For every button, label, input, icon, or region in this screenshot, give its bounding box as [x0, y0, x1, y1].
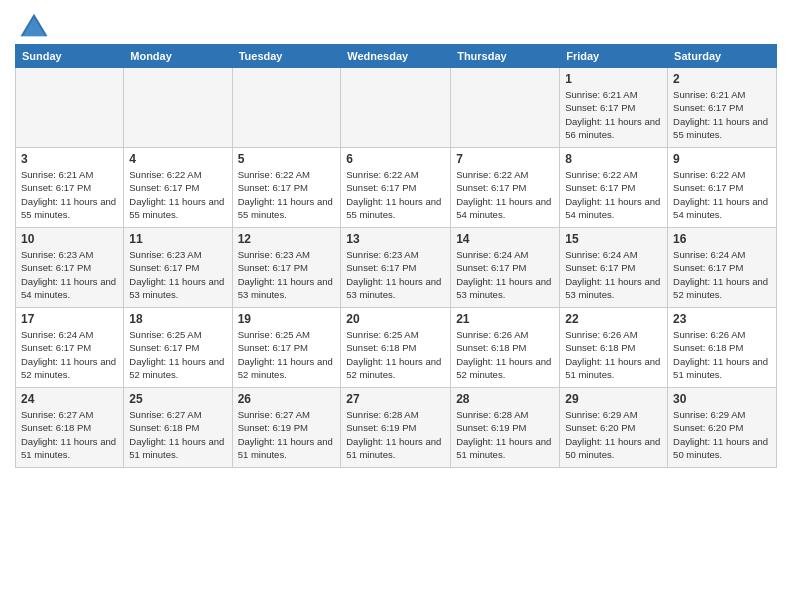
day-info: Sunrise: 6:22 AM Sunset: 6:17 PM Dayligh…: [238, 168, 336, 221]
day-info: Sunrise: 6:21 AM Sunset: 6:17 PM Dayligh…: [673, 88, 771, 141]
calendar-cell: 27Sunrise: 6:28 AM Sunset: 6:19 PM Dayli…: [341, 388, 451, 468]
day-number: 4: [129, 152, 226, 166]
calendar-cell: [451, 68, 560, 148]
day-number: 2: [673, 72, 771, 86]
day-number: 17: [21, 312, 118, 326]
calendar-cell: 11Sunrise: 6:23 AM Sunset: 6:17 PM Dayli…: [124, 228, 232, 308]
calendar-cell: [124, 68, 232, 148]
day-number: 10: [21, 232, 118, 246]
day-info: Sunrise: 6:25 AM Sunset: 6:17 PM Dayligh…: [238, 328, 336, 381]
calendar-week-row: 24Sunrise: 6:27 AM Sunset: 6:18 PM Dayli…: [16, 388, 777, 468]
calendar-cell: 13Sunrise: 6:23 AM Sunset: 6:17 PM Dayli…: [341, 228, 451, 308]
day-number: 12: [238, 232, 336, 246]
day-info: Sunrise: 6:23 AM Sunset: 6:17 PM Dayligh…: [346, 248, 445, 301]
day-info: Sunrise: 6:29 AM Sunset: 6:20 PM Dayligh…: [565, 408, 662, 461]
day-number: 30: [673, 392, 771, 406]
day-number: 9: [673, 152, 771, 166]
calendar-cell: 7Sunrise: 6:22 AM Sunset: 6:17 PM Daylig…: [451, 148, 560, 228]
calendar-cell: 18Sunrise: 6:25 AM Sunset: 6:17 PM Dayli…: [124, 308, 232, 388]
calendar-cell: [341, 68, 451, 148]
day-info: Sunrise: 6:27 AM Sunset: 6:18 PM Dayligh…: [129, 408, 226, 461]
day-info: Sunrise: 6:26 AM Sunset: 6:18 PM Dayligh…: [673, 328, 771, 381]
day-number: 13: [346, 232, 445, 246]
calendar-header-row: SundayMondayTuesdayWednesdayThursdayFrid…: [16, 45, 777, 68]
calendar-cell: 26Sunrise: 6:27 AM Sunset: 6:19 PM Dayli…: [232, 388, 341, 468]
calendar-cell: 8Sunrise: 6:22 AM Sunset: 6:17 PM Daylig…: [560, 148, 668, 228]
day-number: 16: [673, 232, 771, 246]
day-number: 1: [565, 72, 662, 86]
day-header: Thursday: [451, 45, 560, 68]
day-number: 15: [565, 232, 662, 246]
day-info: Sunrise: 6:27 AM Sunset: 6:18 PM Dayligh…: [21, 408, 118, 461]
day-header: Wednesday: [341, 45, 451, 68]
page-container: SundayMondayTuesdayWednesdayThursdayFrid…: [0, 0, 792, 612]
day-info: Sunrise: 6:24 AM Sunset: 6:17 PM Dayligh…: [565, 248, 662, 301]
day-info: Sunrise: 6:24 AM Sunset: 6:17 PM Dayligh…: [21, 328, 118, 381]
day-info: Sunrise: 6:26 AM Sunset: 6:18 PM Dayligh…: [565, 328, 662, 381]
header: [15, 10, 777, 36]
calendar-cell: 5Sunrise: 6:22 AM Sunset: 6:17 PM Daylig…: [232, 148, 341, 228]
logo: [15, 10, 49, 36]
day-number: 5: [238, 152, 336, 166]
day-number: 8: [565, 152, 662, 166]
calendar-week-row: 1Sunrise: 6:21 AM Sunset: 6:17 PM Daylig…: [16, 68, 777, 148]
day-header: Monday: [124, 45, 232, 68]
day-info: Sunrise: 6:25 AM Sunset: 6:17 PM Dayligh…: [129, 328, 226, 381]
calendar-cell: 9Sunrise: 6:22 AM Sunset: 6:17 PM Daylig…: [668, 148, 777, 228]
calendar-week-row: 10Sunrise: 6:23 AM Sunset: 6:17 PM Dayli…: [16, 228, 777, 308]
day-info: Sunrise: 6:28 AM Sunset: 6:19 PM Dayligh…: [456, 408, 554, 461]
day-info: Sunrise: 6:26 AM Sunset: 6:18 PM Dayligh…: [456, 328, 554, 381]
calendar-cell: 16Sunrise: 6:24 AM Sunset: 6:17 PM Dayli…: [668, 228, 777, 308]
calendar-cell: 14Sunrise: 6:24 AM Sunset: 6:17 PM Dayli…: [451, 228, 560, 308]
day-info: Sunrise: 6:22 AM Sunset: 6:17 PM Dayligh…: [673, 168, 771, 221]
day-number: 21: [456, 312, 554, 326]
day-number: 20: [346, 312, 445, 326]
day-info: Sunrise: 6:23 AM Sunset: 6:17 PM Dayligh…: [238, 248, 336, 301]
day-info: Sunrise: 6:29 AM Sunset: 6:20 PM Dayligh…: [673, 408, 771, 461]
calendar-cell: 22Sunrise: 6:26 AM Sunset: 6:18 PM Dayli…: [560, 308, 668, 388]
day-number: 29: [565, 392, 662, 406]
day-info: Sunrise: 6:21 AM Sunset: 6:17 PM Dayligh…: [565, 88, 662, 141]
calendar-cell: 19Sunrise: 6:25 AM Sunset: 6:17 PM Dayli…: [232, 308, 341, 388]
day-number: 11: [129, 232, 226, 246]
calendar-cell: 30Sunrise: 6:29 AM Sunset: 6:20 PM Dayli…: [668, 388, 777, 468]
day-number: 19: [238, 312, 336, 326]
logo-icon: [19, 10, 49, 40]
day-header: Saturday: [668, 45, 777, 68]
calendar: SundayMondayTuesdayWednesdayThursdayFrid…: [15, 44, 777, 468]
calendar-cell: 21Sunrise: 6:26 AM Sunset: 6:18 PM Dayli…: [451, 308, 560, 388]
calendar-cell: 24Sunrise: 6:27 AM Sunset: 6:18 PM Dayli…: [16, 388, 124, 468]
day-number: 14: [456, 232, 554, 246]
calendar-week-row: 3Sunrise: 6:21 AM Sunset: 6:17 PM Daylig…: [16, 148, 777, 228]
calendar-cell: 20Sunrise: 6:25 AM Sunset: 6:18 PM Dayli…: [341, 308, 451, 388]
calendar-cell: 15Sunrise: 6:24 AM Sunset: 6:17 PM Dayli…: [560, 228, 668, 308]
day-number: 25: [129, 392, 226, 406]
day-header: Tuesday: [232, 45, 341, 68]
calendar-cell: 12Sunrise: 6:23 AM Sunset: 6:17 PM Dayli…: [232, 228, 341, 308]
day-number: 28: [456, 392, 554, 406]
calendar-cell: [232, 68, 341, 148]
day-info: Sunrise: 6:22 AM Sunset: 6:17 PM Dayligh…: [346, 168, 445, 221]
calendar-cell: 3Sunrise: 6:21 AM Sunset: 6:17 PM Daylig…: [16, 148, 124, 228]
calendar-cell: 4Sunrise: 6:22 AM Sunset: 6:17 PM Daylig…: [124, 148, 232, 228]
day-number: 3: [21, 152, 118, 166]
calendar-cell: 1Sunrise: 6:21 AM Sunset: 6:17 PM Daylig…: [560, 68, 668, 148]
day-number: 18: [129, 312, 226, 326]
day-header: Friday: [560, 45, 668, 68]
calendar-cell: 25Sunrise: 6:27 AM Sunset: 6:18 PM Dayli…: [124, 388, 232, 468]
day-number: 7: [456, 152, 554, 166]
calendar-cell: 10Sunrise: 6:23 AM Sunset: 6:17 PM Dayli…: [16, 228, 124, 308]
day-info: Sunrise: 6:22 AM Sunset: 6:17 PM Dayligh…: [565, 168, 662, 221]
day-number: 23: [673, 312, 771, 326]
day-info: Sunrise: 6:28 AM Sunset: 6:19 PM Dayligh…: [346, 408, 445, 461]
day-info: Sunrise: 6:27 AM Sunset: 6:19 PM Dayligh…: [238, 408, 336, 461]
day-info: Sunrise: 6:22 AM Sunset: 6:17 PM Dayligh…: [129, 168, 226, 221]
day-info: Sunrise: 6:24 AM Sunset: 6:17 PM Dayligh…: [456, 248, 554, 301]
day-number: 27: [346, 392, 445, 406]
day-info: Sunrise: 6:22 AM Sunset: 6:17 PM Dayligh…: [456, 168, 554, 221]
day-number: 22: [565, 312, 662, 326]
day-number: 26: [238, 392, 336, 406]
calendar-cell: 2Sunrise: 6:21 AM Sunset: 6:17 PM Daylig…: [668, 68, 777, 148]
day-info: Sunrise: 6:23 AM Sunset: 6:17 PM Dayligh…: [129, 248, 226, 301]
calendar-cell: 23Sunrise: 6:26 AM Sunset: 6:18 PM Dayli…: [668, 308, 777, 388]
